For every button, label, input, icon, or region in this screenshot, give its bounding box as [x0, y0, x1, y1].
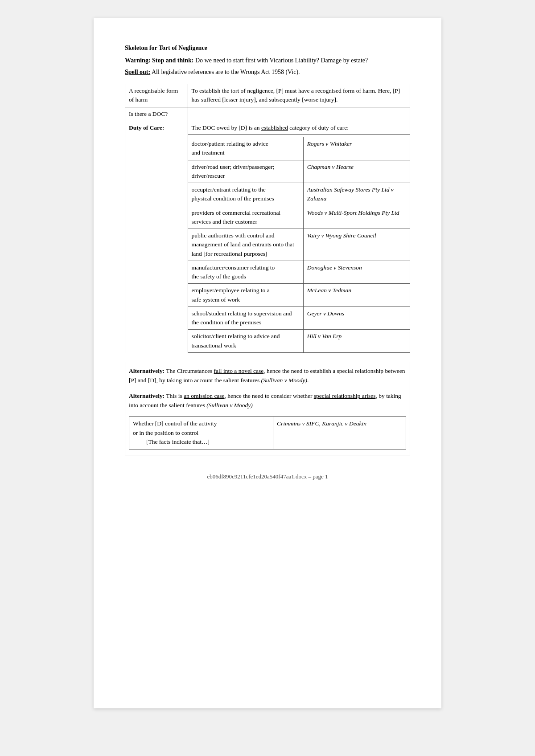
para1-alt-label: Alternatively: — [129, 368, 165, 374]
harm-value: To establish the tort of negligence, [P]… — [192, 87, 400, 103]
duty-row-left-0: doctor/patient relating to adviceand tre… — [188, 137, 304, 160]
warning-label: Warning: Stop and think: — [125, 57, 193, 64]
duty-intro: The DOC owed by [D] is an — [192, 124, 261, 131]
para2-text2: , hence the need to consider whether — [225, 392, 314, 399]
duty-row-left-4: public authorities with control and mana… — [188, 229, 304, 261]
para-spacer — [129, 450, 406, 454]
doc-empty-cell — [188, 107, 410, 121]
duty-row-right-2: Australian Safeway Stores Pty Ltd v Zalu… — [303, 183, 410, 206]
document-title: Skeleton for Tort of Negligence — [125, 45, 410, 52]
duty-row-1: driver/road user; driver/passenger;drive… — [188, 160, 410, 183]
table-row-harm: A recognisable form of harm To establish… — [125, 84, 410, 107]
harm-label-cell: A recognisable form of harm — [125, 84, 188, 107]
doc-question-cell: Is there a DOC? — [125, 107, 188, 121]
para1-text: The Circumstances — [165, 368, 214, 374]
warning-line: Warning: Stop and think: Do we need to s… — [125, 57, 410, 64]
duty-row-6: employer/employee relating to asafe syst… — [188, 284, 410, 307]
bottom-left-cell: Whether [D] control of the activity or i… — [129, 417, 273, 450]
bottom-right-value: Crimmins v SIFC, Karanjic v Deakin — [277, 420, 366, 427]
duty-row-left-3: providers of commercial recreational ser… — [188, 206, 304, 229]
bottom-left-line3: [The facts indicate that…] — [133, 437, 210, 446]
footer: eb06df890c9211cfe1ed20a540f47aa1.docx – … — [125, 473, 410, 480]
main-table: A recognisable form of harm To establish… — [125, 84, 410, 353]
warning-text: Do we need to start first with Vicarious… — [193, 57, 368, 64]
duty-row-right-1: Chapman v Hearse — [303, 160, 410, 183]
duty-row-right-7: Geyer v Downs — [303, 306, 410, 330]
duty-row-4: public authorities with control and mana… — [188, 229, 410, 261]
duty-row-right-8: Hill v Van Erp — [303, 330, 410, 353]
para-section: Alternatively: The Circumstances fall in… — [125, 362, 410, 455]
duty-row-left-6: employer/employee relating to asafe syst… — [188, 284, 304, 307]
para2-alt-label: Alternatively: — [129, 392, 165, 399]
duty-row-right-0: Rogers v Whitaker — [303, 137, 410, 160]
duty-rows-table: doctor/patient relating to adviceand tre… — [188, 137, 410, 353]
duty-row-left-1: driver/road user; driver/passenger;drive… — [188, 160, 304, 183]
duty-row-0: doctor/patient relating to adviceand tre… — [188, 137, 410, 160]
duty-row-5: manufacturer/consumer relating tothe saf… — [188, 261, 410, 284]
duty-row-2: occupier/entrant relating to thephysical… — [188, 183, 410, 206]
duty-label-cell: Duty of Care: — [125, 121, 188, 353]
page: Skeleton for Tort of Negligence Warning:… — [94, 18, 441, 708]
para2-underline2: special relationship arises — [314, 392, 376, 399]
table-row-duty-label: Duty of Care: The DOC owed by [D] is an … — [125, 121, 410, 353]
duty-row-left-7: school/student relating to supervision a… — [188, 306, 304, 330]
para2-underline: an omission case — [184, 392, 224, 399]
harm-value-cell: To establish the tort of negligence, [P]… — [188, 84, 410, 107]
spell-text: All legislative references are to the Wr… — [150, 69, 300, 75]
duty-row-3: providers of commercial recreational ser… — [188, 206, 410, 229]
para1-end: . — [307, 377, 309, 384]
duty-row-7: school/student relating to supervision a… — [188, 306, 410, 330]
duty-row-right-3: Woods v Multi-Sport Holdings Pty Ltd — [303, 206, 410, 229]
bottom-right-cell: Crimmins v SIFC, Karanjic v Deakin — [273, 417, 406, 450]
harm-label: A recognisable form of harm — [129, 87, 178, 103]
duty-row-right-5: Donoghue v Stevenson — [303, 261, 410, 284]
duty-row-8: solicitor/client relating to advice and … — [188, 330, 410, 353]
duty-row-right-6: McLean v Tedman — [303, 284, 410, 307]
duty-rest: category of duty of care: — [288, 124, 349, 131]
para1-underline: fall into a novel case — [214, 368, 264, 374]
para1: Alternatively: The Circumstances fall in… — [129, 367, 406, 385]
duty-row-right-4: Vairy v Wyong Shire Council — [303, 229, 410, 261]
spell-label: Spell out: — [125, 69, 150, 75]
duty-established: established — [261, 124, 288, 131]
duty-row-left-8: solicitor/client relating to advice and … — [188, 330, 304, 353]
doc-question-label: Is there a DOC? — [129, 110, 168, 117]
bottom-table: Whether [D] control of the activity or i… — [129, 416, 406, 450]
duty-row-left-2: occupier/entrant relating to thephysical… — [188, 183, 304, 206]
duty-row-left-5: manufacturer/consumer relating tothe saf… — [188, 261, 304, 284]
bottom-table-row: Whether [D] control of the activity or i… — [129, 417, 406, 450]
doc-intro: The DOC owed by [D] is an established ca… — [188, 121, 410, 135]
spell-line: Spell out: All legislative references ar… — [125, 69, 410, 76]
table-row-doc-question: Is there a DOC? — [125, 107, 410, 121]
para1-italic: (Sullivan v Moody) — [261, 377, 307, 384]
para2-italic: (Sullivan v Moody) — [206, 402, 252, 409]
para2: Alternatively: This is an omission case,… — [129, 392, 406, 410]
doc-content-cell: The DOC owed by [D] is an established ca… — [188, 121, 410, 353]
bottom-left-line2: or in the position to control — [133, 429, 198, 436]
bottom-left-line1: Whether [D] control of the activity — [133, 420, 217, 427]
para2-text: This is — [165, 392, 184, 399]
